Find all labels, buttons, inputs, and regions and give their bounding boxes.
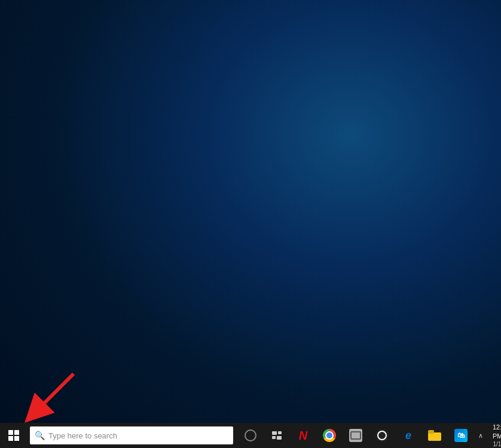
tray-icons: ∧ (478, 432, 483, 440)
cortana-icon (245, 429, 256, 441)
cortana-button[interactable] (238, 423, 263, 448)
search-icon: 🔍 (35, 431, 45, 440)
clock[interactable]: 12:00 PM 1/1/2024 (488, 423, 501, 448)
taskbar: 🔍 Type here to search (0, 423, 501, 448)
clock-time: 12:00 PM (493, 423, 501, 440)
edge-icon: e (405, 429, 411, 442)
disk-icon (349, 429, 362, 442)
search-placeholder-text: Type here to search (48, 431, 117, 440)
netflix-app-button[interactable]: N (291, 423, 316, 448)
desktop: 🔍 Type here to search (0, 0, 501, 448)
taskbar-pinned-apps: N e (238, 423, 473, 448)
storage-app-button[interactable] (343, 423, 368, 448)
custom-app-button[interactable] (369, 423, 395, 448)
store-button[interactable]: 🛍 (448, 423, 473, 448)
store-icon: 🛍 (454, 429, 468, 442)
start-button[interactable] (0, 423, 28, 448)
netflix-icon: N (299, 429, 307, 441)
file-explorer-button[interactable] (422, 423, 447, 448)
chrome-icon (323, 429, 336, 442)
clock-date: 1/1/2024 (493, 440, 501, 448)
edge-app-button[interactable]: e (396, 423, 421, 448)
svg-line-1 (35, 374, 74, 413)
folder-icon (428, 430, 441, 441)
system-tray-area: ∧ 12:00 PM 1/1/2024 (473, 423, 501, 448)
windows-logo-icon (8, 430, 19, 441)
task-view-button[interactable] (264, 423, 289, 448)
search-bar[interactable]: 🔍 Type here to search (30, 426, 233, 444)
annotation-arrow (23, 365, 83, 425)
custom-app-icon (375, 429, 389, 442)
system-tray: ∧ (473, 432, 488, 440)
task-view-icon (272, 431, 282, 440)
chrome-app-button[interactable] (317, 423, 342, 448)
